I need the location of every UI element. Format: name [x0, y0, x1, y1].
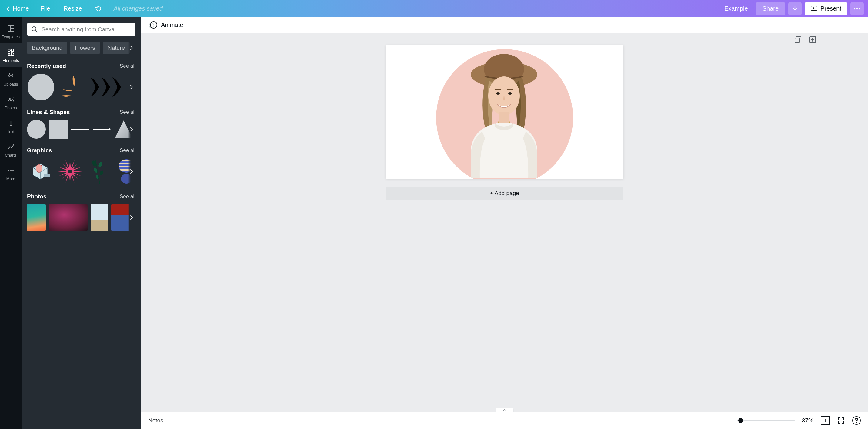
section-graphics: Graphics See all	[27, 147, 135, 185]
save-status: All changes saved	[114, 5, 163, 12]
undo-icon	[95, 5, 102, 12]
see-all-link[interactable]: See all	[120, 63, 135, 69]
file-menu[interactable]: File	[35, 3, 55, 15]
element-tile-burst[interactable]	[58, 74, 86, 101]
example-menu[interactable]: Example	[719, 3, 753, 15]
shape-line[interactable]	[71, 120, 89, 139]
section-title: Lines & Shapes	[27, 109, 70, 116]
chevron-right-icon	[130, 127, 133, 132]
present-icon	[811, 6, 817, 12]
section-lines-shapes: Lines & Shapes See all	[27, 109, 135, 139]
question-icon	[855, 418, 858, 423]
svg-point-2	[857, 8, 858, 9]
row-scroll-right[interactable]	[128, 158, 135, 185]
svg-rect-17	[49, 120, 68, 139]
photo-tile[interactable]	[49, 204, 88, 231]
zoom-slider[interactable]	[737, 420, 795, 422]
top-menu-bar: Home File Resize All changes saved Examp…	[0, 0, 868, 17]
svg-point-43	[856, 422, 857, 423]
svg-rect-41	[499, 112, 509, 122]
chevron-up-icon	[502, 409, 507, 411]
nav-templates-label: Templates	[2, 35, 20, 39]
nav-elements[interactable]: Elements	[0, 44, 22, 67]
nav-rail: Templates Elements Uploads Photos Text C…	[0, 17, 22, 429]
element-tile-chevrons[interactable]	[89, 74, 125, 101]
svg-point-12	[10, 170, 11, 171]
row-scroll-right[interactable]	[128, 74, 135, 101]
help-button[interactable]	[852, 416, 861, 425]
present-button[interactable]: Present	[805, 2, 847, 15]
bottom-bar: Notes 37% 1	[141, 412, 868, 429]
back-button[interactable]: Home	[3, 3, 32, 15]
animate-button[interactable]: Animate	[147, 20, 186, 30]
section-title: Graphics	[27, 147, 52, 154]
svg-rect-6	[10, 26, 14, 29]
element-tile-circle[interactable]	[27, 74, 55, 101]
shape-arrow-line[interactable]	[92, 120, 111, 139]
resize-menu[interactable]: Resize	[59, 3, 87, 15]
chevron-right-icon	[130, 46, 133, 50]
notes-button[interactable]: Notes	[148, 417, 163, 424]
graphic-branch[interactable]	[86, 158, 113, 185]
page-count-button[interactable]: 1	[821, 416, 830, 425]
canvas-viewport[interactable]: + Add page	[141, 33, 868, 412]
suggestion-chips: Background Flowers Nature Summer	[27, 41, 135, 54]
more-icon	[7, 166, 15, 175]
chip-background[interactable]: Background	[27, 41, 67, 54]
resize-label: Resize	[64, 5, 82, 12]
charts-icon	[7, 143, 15, 151]
svg-point-40	[508, 92, 512, 95]
row-scroll-right[interactable]	[128, 120, 135, 139]
add-page-label: + Add page	[490, 190, 519, 197]
zoom-slider-handle[interactable]	[738, 418, 743, 423]
add-page-button[interactable]: + Add page	[386, 187, 623, 200]
graphic-radial-burst[interactable]	[57, 158, 83, 185]
graphic-isometric[interactable]	[27, 158, 54, 185]
svg-point-25	[99, 170, 104, 176]
expand-pages-button[interactable]	[496, 408, 514, 412]
photo-tile[interactable]	[91, 204, 108, 231]
search-input[interactable]	[41, 26, 131, 33]
svg-rect-34	[795, 38, 799, 43]
photo-tile[interactable]	[27, 204, 46, 231]
svg-rect-8	[11, 49, 13, 52]
search-bar[interactable]	[27, 23, 135, 36]
nav-photos-label: Photos	[4, 106, 17, 110]
chip-nature[interactable]: Nature	[103, 41, 130, 54]
nav-more[interactable]: More	[0, 162, 22, 185]
person-photo[interactable]	[453, 47, 556, 178]
nav-text[interactable]: Text	[0, 114, 22, 138]
share-button[interactable]: Share	[756, 2, 785, 15]
row-scroll-right[interactable]	[128, 204, 135, 231]
see-all-link[interactable]: See all	[120, 147, 135, 153]
fullscreen-button[interactable]	[837, 417, 845, 425]
section-photos: Photos See all	[27, 193, 135, 231]
nav-templates[interactable]: Templates	[0, 20, 22, 44]
canvas-toolbar: Animate	[141, 17, 868, 33]
svg-rect-21	[44, 176, 50, 177]
nav-photos[interactable]: Photos	[0, 91, 22, 114]
design-page[interactable]	[386, 45, 623, 179]
see-all-link[interactable]: See all	[120, 194, 135, 200]
undo-button[interactable]	[91, 3, 107, 15]
download-button[interactable]	[788, 2, 802, 16]
more-menu-button[interactable]	[850, 2, 864, 16]
share-label: Share	[763, 5, 779, 12]
shape-square[interactable]	[49, 120, 68, 139]
nav-uploads[interactable]: Uploads	[0, 67, 22, 91]
download-icon	[792, 5, 798, 12]
elements-icon	[7, 48, 15, 56]
chips-scroll-right[interactable]	[128, 41, 135, 54]
home-label: Home	[13, 5, 29, 12]
add-page-icon[interactable]	[809, 36, 816, 44]
see-all-link[interactable]: See all	[120, 109, 135, 115]
shape-circle[interactable]	[27, 120, 46, 139]
photo-tile[interactable]	[111, 204, 129, 231]
svg-point-3	[859, 8, 860, 9]
duplicate-page-icon[interactable]	[794, 36, 802, 44]
zoom-value[interactable]: 37%	[802, 417, 813, 424]
chip-flowers[interactable]: Flowers	[70, 41, 100, 54]
animate-icon	[150, 21, 157, 29]
svg-point-16	[27, 120, 46, 139]
nav-charts[interactable]: Charts	[0, 138, 22, 162]
